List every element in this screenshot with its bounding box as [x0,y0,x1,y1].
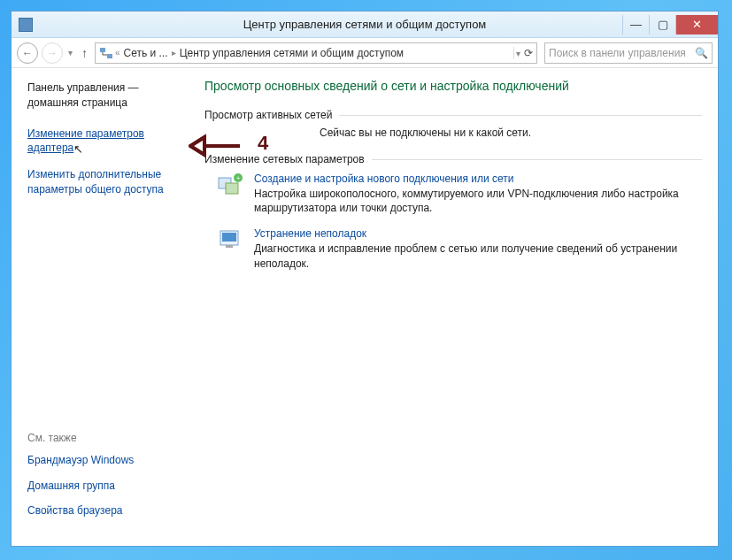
sidebar: Панель управления — домашняя страница Из… [12,68,194,546]
change-settings-label: Изменение сетевых параметров [204,153,702,165]
main-content: Просмотр основных сведений о сети и наст… [194,68,718,546]
forward-button[interactable]: → [42,42,63,64]
maximize-button[interactable]: ▢ [649,15,675,35]
app-icon [19,18,33,32]
new-connection-link[interactable]: Создание и настройка нового подключения … [254,173,702,185]
back-button[interactable]: ← [17,42,38,64]
see-also-firewall[interactable]: Брандмауэр Windows [27,453,183,467]
troubleshoot-icon [217,227,245,252]
svg-rect-3 [226,183,238,194]
connection-status: Сейчас вы не подключены ни к какой сети. [320,127,702,139]
option-troubleshoot[interactable]: Устранение неполадок Диагностика и испра… [217,227,702,270]
svg-rect-1 [107,54,112,58]
see-also-label: См. также [27,432,183,444]
sidebar-link-adapter[interactable]: Изменение параметров адаптера↖ [27,127,183,157]
close-button[interactable]: ✕ [675,15,718,35]
new-connection-icon: + [217,173,245,197]
cursor-icon: ↖ [73,142,83,157]
sidebar-link-sharing[interactable]: Изменить дополнительные параметры общего… [27,167,183,196]
page-heading: Просмотр основных сведений о сети и наст… [204,79,702,93]
see-also-browser[interactable]: Свойства браузера [27,503,183,518]
svg-rect-7 [222,233,236,242]
troubleshoot-link[interactable]: Устранение неполадок [254,227,702,240]
active-networks-label: Просмотр активных сетей [204,109,702,121]
minimize-button[interactable]: — [622,15,649,35]
breadcrumb-network[interactable]: Сеть и ... [120,47,172,59]
troubleshoot-desc: Диагностика и исправление проблем с сеть… [254,242,702,270]
history-dropdown[interactable]: ▾ [66,48,74,58]
control-panel-window: Центр управления сетями и общим доступом… [11,11,719,547]
see-also-homegroup[interactable]: Домашняя группа [27,479,183,493]
sidebar-home-link[interactable]: Панель управления — домашняя страница [27,81,183,111]
window-title: Центр управления сетями и общим доступом [12,18,718,31]
svg-text:+: + [236,174,241,182]
refresh-button[interactable]: ▾ ⟳ [513,47,535,59]
search-box[interactable]: 🔍 [544,42,713,64]
network-icon [99,46,113,60]
search-icon: 🔍 [695,47,708,59]
new-connection-desc: Настройка широкополосного, коммутируемог… [254,187,702,215]
svg-rect-0 [100,48,105,52]
breadcrumb-center[interactable]: Центр управления сетями и общим доступом [176,47,408,59]
up-button[interactable]: ↑ [78,44,91,62]
search-input[interactable] [549,47,695,59]
option-new-connection[interactable]: + Создание и настройка нового подключени… [217,173,702,215]
address-bar[interactable]: « Сеть и ... ▸ Центр управления сетями и… [95,42,537,64]
titlebar[interactable]: Центр управления сетями и общим доступом… [12,12,718,38]
svg-rect-8 [226,245,233,248]
nav-toolbar: ← → ▾ ↑ « Сеть и ... ▸ Центр управления … [12,38,718,68]
